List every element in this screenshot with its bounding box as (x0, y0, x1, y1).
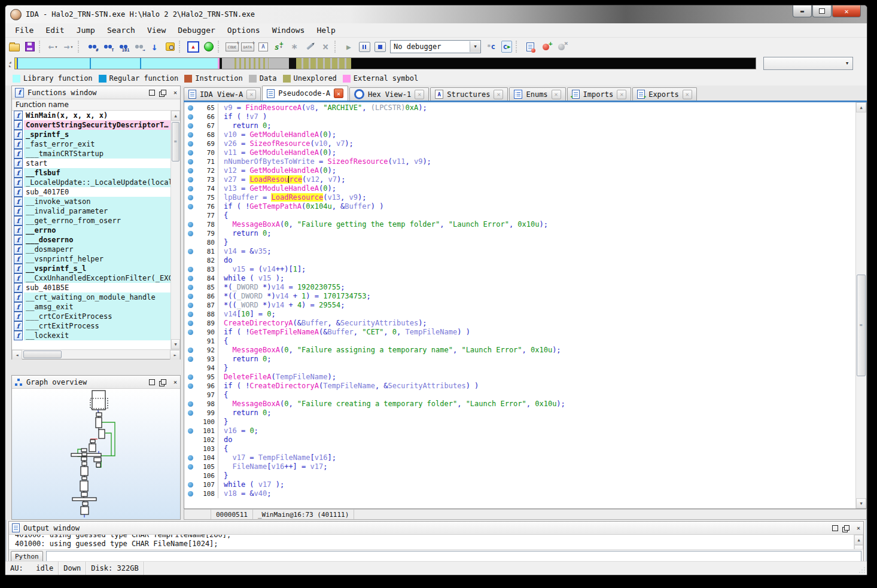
debug-run-button[interactable]: ▶ (341, 39, 357, 54)
code-line[interactable]: 68v10 = GetModuleHandleA(0); (184, 130, 855, 139)
scroll-right-icon[interactable]: ► (170, 350, 180, 360)
tab-structures[interactable]: AStructures✕ (430, 87, 508, 100)
scroll-left-icon[interactable]: ◄ (12, 350, 22, 360)
make-code-button[interactable]: CODE (224, 39, 240, 54)
pseudocode-view[interactable]: 65v9 = FindResourceA(v8, "ARCHIVE", (LPC… (184, 102, 867, 509)
breakpoint-gutter[interactable] (184, 400, 196, 409)
panel-float-icon[interactable] (844, 525, 849, 531)
function-row[interactable]: f__crt_waiting_on_module_handle (12, 293, 170, 302)
breakpoint-gutter[interactable] (184, 435, 196, 444)
graph-overview-minimap[interactable] (12, 389, 180, 519)
tab-close-icon[interactable]: ✕ (683, 90, 692, 99)
menu-options[interactable]: Options (221, 25, 266, 36)
breakpoint-gutter[interactable] (184, 220, 196, 229)
breakpoint-gutter[interactable] (184, 148, 196, 157)
code-line[interactable]: 91{ (184, 337, 855, 346)
code-line[interactable]: 76if ( !GetTempPathA(0x104u, &Buffer) ) (184, 202, 855, 211)
breakpoint-gutter[interactable] (184, 409, 196, 418)
function-row[interactable]: f__flsbuf (12, 168, 170, 178)
chevron-down-icon[interactable]: ▾ (69, 44, 74, 50)
save-file-button[interactable] (22, 39, 38, 54)
tab-exports[interactable]: ▸Exports✕ (632, 87, 697, 100)
breakpoint-gutter[interactable] (184, 202, 196, 211)
scrollbar-thumb[interactable] (23, 351, 62, 358)
code-line[interactable]: 77{ (184, 211, 855, 220)
breakpoint-list-button[interactable] (522, 39, 538, 54)
breakpoint-gutter[interactable] (184, 166, 196, 175)
menu-help[interactable]: Help (310, 25, 341, 36)
code-line[interactable]: 90if ( !GetTempFileNameA(&Buffer, "CET",… (184, 328, 855, 337)
code-line[interactable]: 101v16 = 0; (184, 426, 855, 435)
breakpoint-gutter[interactable] (184, 462, 196, 471)
breakpoint-gutter[interactable] (184, 157, 196, 166)
edit-function-button[interactable] (302, 39, 318, 54)
scrollbar-thumb[interactable] (857, 275, 866, 376)
menu-edit[interactable]: Edit (39, 25, 70, 36)
debug-stop-button[interactable] (372, 39, 388, 54)
breakpoint-gutter[interactable] (184, 382, 196, 391)
function-row[interactable]: fsub_4017E0 (12, 187, 170, 197)
breakpoint-gutter[interactable] (184, 391, 196, 400)
code-line[interactable]: 89CreateDirectoryA(&Buffer, &SecurityAtt… (184, 319, 855, 328)
make-name-button[interactable]: A (255, 39, 271, 54)
scroll-down-icon[interactable]: ▼ (171, 339, 180, 349)
breakpoint-gutter[interactable] (184, 444, 196, 453)
breakpoint-gutter[interactable] (184, 489, 196, 498)
breakpoint-gutter[interactable] (184, 112, 196, 121)
nav-forward-button[interactable]: →▾ (61, 39, 77, 54)
function-row[interactable]: f___doserrno (12, 235, 170, 245)
breakpoint-gutter[interactable] (184, 265, 196, 274)
code-line[interactable]: 94} (184, 364, 855, 373)
function-row[interactable]: f_LocaleUpdate::_LocaleUpdate(localeinf… (12, 178, 170, 187)
code-line[interactable]: 107while ( v17 ); (184, 480, 855, 489)
output-scrollbar[interactable]: ▲ ▼ (854, 535, 863, 549)
panel-close-icon[interactable]: ✕ (173, 379, 177, 385)
panel-float-icon[interactable] (161, 90, 166, 95)
tab-enums[interactable]: Enums✕ (509, 87, 565, 100)
scroll-down-icon[interactable]: ▼ (856, 498, 866, 508)
open-file-button[interactable] (7, 39, 22, 54)
run-source-button[interactable]: c▶ (499, 39, 514, 54)
breakpoint-gutter[interactable] (184, 184, 196, 193)
code-line[interactable]: 86*((_DWORD *)v14 + 1) = 1701734753; (184, 292, 855, 301)
code-line[interactable]: 88v14[10] = 0; (184, 310, 855, 319)
navband-segment[interactable] (289, 58, 296, 69)
tab-close-icon[interactable]: ✕ (494, 90, 503, 99)
tab-close-icon[interactable]: ✕ (246, 90, 256, 99)
scrollbar-thumb[interactable] (172, 122, 179, 162)
breakpoint-gutter[interactable] (184, 130, 196, 139)
tab-close-icon[interactable]: ✕ (617, 90, 626, 99)
code-line[interactable]: 83 v15 = (v14++)[1]; (184, 265, 855, 274)
remove-breakpoint-button[interactable] (553, 39, 569, 54)
function-row[interactable]: f__vsprintf_s_l (12, 264, 170, 273)
problems-list-button[interactable] (185, 39, 201, 54)
breakpoint-gutter[interactable] (184, 426, 196, 435)
breakpoint-gutter[interactable] (184, 453, 196, 462)
panel-splitter[interactable] (11, 359, 181, 375)
panel-maximize-icon[interactable] (149, 90, 155, 96)
function-row[interactable]: f__errno (12, 226, 170, 235)
code-line[interactable]: 66if ( !v7 ) (184, 112, 855, 121)
chevron-down-icon[interactable]: ▼ (842, 61, 852, 66)
code-line[interactable]: 103{ (184, 444, 855, 453)
jump-address-button[interactable]: ↓ (147, 39, 162, 54)
breakpoint-gutter[interactable] (184, 355, 196, 364)
tab-close-icon[interactable]: ✕ (334, 89, 343, 98)
breakpoint-gutter[interactable] (184, 229, 196, 238)
menu-view[interactable]: View (141, 25, 172, 36)
function-row[interactable]: f__invalid_parameter (12, 206, 170, 216)
breakpoint-gutter[interactable] (184, 103, 196, 112)
breakpoint-gutter[interactable] (184, 175, 196, 184)
menu-debugger[interactable]: Debugger (172, 25, 221, 36)
breakpoint-gutter[interactable] (184, 310, 196, 319)
code-line[interactable]: 105 FileName[v16++] = v17; (184, 462, 855, 471)
breakpoint-gutter[interactable] (184, 373, 196, 382)
code-line[interactable]: 85*(_DWORD *)v14 = 1920230755; (184, 283, 855, 292)
breakpoint-gutter[interactable] (184, 418, 196, 426)
code-line[interactable]: 69v26 = SizeofResource(v10, v7); (184, 139, 855, 148)
function-row[interactable]: f__vsnprintf_helper (12, 254, 170, 264)
function-row[interactable]: f_fast_error_exit (12, 139, 170, 149)
breakpoint-gutter[interactable] (184, 346, 196, 355)
breakpoint-gutter[interactable] (184, 301, 196, 310)
code-line[interactable]: 75lpBuffer = LoadResource(v13, v9); (184, 193, 855, 202)
